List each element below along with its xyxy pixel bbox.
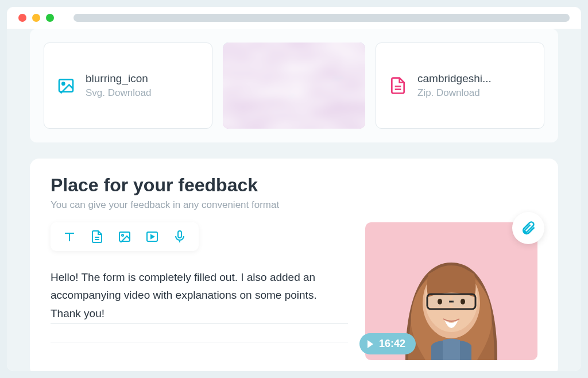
format-toolbar bbox=[51, 222, 199, 251]
play-icon bbox=[368, 340, 373, 348]
file-meta: Svg. Download bbox=[86, 87, 199, 99]
svg-rect-9 bbox=[178, 231, 181, 238]
feedback-left: Hello! The form is completely filled out… bbox=[51, 222, 348, 342]
content-area: blurring_icon Svg. Download bbox=[7, 29, 581, 371]
file-info: cambridgeshi... Zip. Download bbox=[417, 72, 531, 99]
video-format-button[interactable] bbox=[145, 229, 160, 244]
file-info: blurring_icon Svg. Download bbox=[86, 72, 199, 99]
file-card[interactable]: blurring_icon Svg. Download bbox=[44, 43, 212, 129]
browser-chrome-bar bbox=[7, 7, 581, 29]
document-icon bbox=[389, 76, 407, 95]
window-close-icon[interactable] bbox=[18, 14, 26, 22]
paperclip-icon bbox=[520, 220, 536, 236]
document-format-button[interactable] bbox=[90, 229, 105, 244]
svg-point-1 bbox=[62, 83, 64, 85]
microphone-icon bbox=[173, 230, 187, 244]
file-card-preview[interactable] bbox=[223, 43, 365, 129]
svg-point-7 bbox=[122, 234, 123, 236]
svg-point-16 bbox=[438, 299, 442, 304]
feedback-panel: Place for your feedback You can give you… bbox=[30, 159, 558, 371]
video-attachment: 16:42 bbox=[365, 222, 537, 360]
file-meta: Zip. Download bbox=[417, 87, 531, 99]
image-icon bbox=[57, 76, 75, 95]
text-line: Hello! The form is completely filled out… bbox=[51, 268, 348, 324]
file-name: cambridgeshi... bbox=[417, 72, 531, 85]
text-line-empty bbox=[51, 324, 348, 342]
feedback-message[interactable]: Hello! The form is completely filled out… bbox=[51, 268, 348, 342]
feedback-title: Place for your feedback bbox=[51, 175, 537, 196]
window-maximize-icon[interactable] bbox=[46, 14, 54, 22]
video-thumbnail[interactable]: 16:42 bbox=[365, 222, 537, 360]
feedback-subtitle: You can give your feedback in any conven… bbox=[51, 199, 537, 211]
file-card[interactable]: cambridgeshi... Zip. Download bbox=[376, 43, 544, 129]
attach-button[interactable] bbox=[512, 212, 544, 244]
file-name: blurring_icon bbox=[86, 72, 199, 85]
video-duration-badge[interactable]: 16:42 bbox=[359, 333, 416, 354]
image-format-button[interactable] bbox=[117, 229, 132, 244]
files-panel: blurring_icon Svg. Download bbox=[30, 29, 558, 142]
url-bar[interactable] bbox=[74, 14, 570, 22]
svg-rect-3 bbox=[223, 43, 365, 129]
svg-point-17 bbox=[461, 299, 465, 304]
video-duration: 16:42 bbox=[379, 338, 405, 350]
image-icon bbox=[118, 230, 131, 244]
gradient-preview bbox=[223, 43, 365, 129]
audio-format-button[interactable] bbox=[172, 229, 187, 244]
window-minimize-icon[interactable] bbox=[32, 14, 40, 22]
browser-frame: blurring_icon Svg. Download bbox=[7, 7, 581, 371]
file-icon bbox=[90, 230, 104, 244]
video-icon bbox=[145, 230, 159, 244]
text-icon bbox=[63, 230, 76, 244]
feedback-body: Hello! The form is completely filled out… bbox=[51, 222, 537, 360]
text-format-button[interactable] bbox=[62, 229, 77, 244]
